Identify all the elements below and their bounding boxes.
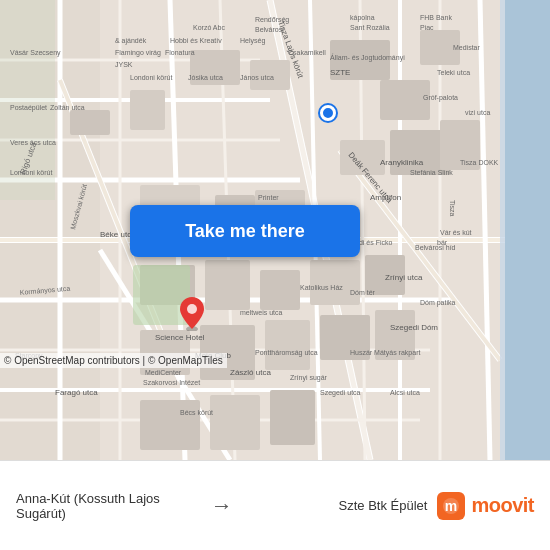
svg-text:Veres ács utca: Veres ács utca xyxy=(10,139,56,146)
svg-text:Tisza DOKK: Tisza DOKK xyxy=(460,159,499,166)
svg-text:Stefánia Slink: Stefánia Slink xyxy=(410,169,453,176)
map-attribution: © OpenStreetMap contributors | © OpenMap… xyxy=(0,353,227,368)
origin-section: Anna-Kút (Kossuth Lajos Sugárút) xyxy=(16,491,197,521)
svg-text:Flamingo virág: Flamingo virág xyxy=(115,49,161,57)
svg-text:Belvárosi híd: Belvárosi híd xyxy=(415,244,456,251)
svg-text:Sant Rozália: Sant Rozália xyxy=(350,24,390,31)
svg-text:Zászló utca: Zászló utca xyxy=(230,368,271,377)
svg-text:Szegedi Dóm: Szegedi Dóm xyxy=(390,323,438,332)
svg-text:bár: bár xyxy=(437,239,448,246)
svg-text:Teleki utca: Teleki utca xyxy=(437,69,470,76)
svg-rect-32 xyxy=(70,110,110,135)
svg-text:Korzó Abc: Korzó Abc xyxy=(193,24,225,31)
moovit-logo: m moovit xyxy=(437,492,534,520)
svg-text:Zrínyi utca: Zrínyi utca xyxy=(385,273,423,282)
svg-text:Londoni körút: Londoni körút xyxy=(130,74,172,81)
svg-text:Zrínyi sugár: Zrínyi sugár xyxy=(290,374,328,382)
svg-text:Belvárosi: Belvárosi xyxy=(255,26,284,33)
svg-text:Állam- és Jogtudományi: Állam- és Jogtudományi xyxy=(330,53,405,62)
svg-text:Bécs körút: Bécs körút xyxy=(180,409,213,416)
svg-text:Rendőrség: Rendőrség xyxy=(255,16,289,24)
svg-rect-46 xyxy=(260,270,300,310)
svg-text:Piac: Piac xyxy=(420,24,434,31)
location-pin xyxy=(178,295,206,329)
svg-text:Aranyklinika: Aranyklinika xyxy=(380,158,424,167)
destination-dot xyxy=(320,105,336,121)
moovit-icon: m xyxy=(437,492,465,520)
svg-text:Helység: Helység xyxy=(240,37,265,45)
svg-text:Science Hotel: Science Hotel xyxy=(155,333,205,342)
svg-rect-56 xyxy=(270,390,315,445)
svg-text:János utca: János utca xyxy=(240,74,274,81)
origin-label: Anna-Kút (Kossuth Lajos Sugárút) xyxy=(16,491,197,521)
map-container: Rigó utca Moszkvai körút Béke utca Dáni … xyxy=(0,0,550,460)
destination-label: Szte Btk Épület xyxy=(339,498,428,513)
svg-text:Dóm patika: Dóm patika xyxy=(420,299,456,307)
svg-text:Medistar: Medistar xyxy=(453,44,481,51)
svg-text:Zoltán utca: Zoltán utca xyxy=(50,104,85,111)
svg-text:& ajándék: & ajándék xyxy=(115,37,147,45)
svg-rect-54 xyxy=(140,400,200,450)
svg-text:Flonatura: Flonatura xyxy=(165,49,195,56)
svg-text:Faragó utca: Faragó utca xyxy=(55,388,98,397)
svg-point-126 xyxy=(187,304,197,314)
svg-text:Postaépület: Postaépület xyxy=(10,104,47,112)
svg-rect-55 xyxy=(210,395,260,450)
arrow-icon: → xyxy=(197,493,247,519)
svg-rect-51 xyxy=(265,320,310,370)
svg-text:FHB Bank: FHB Bank xyxy=(420,14,452,21)
svg-text:Dóm tér: Dóm tér xyxy=(350,289,376,296)
svg-text:Tisza: Tisza xyxy=(449,200,456,217)
svg-text:Printer: Printer xyxy=(258,194,279,201)
svg-rect-47 xyxy=(310,260,360,305)
svg-text:Hobbi és Kreatív: Hobbi és Kreatív xyxy=(170,37,222,44)
svg-text:kápolna: kápolna xyxy=(350,14,375,22)
destination-section: Szte Btk Épület xyxy=(247,498,428,513)
svg-text:JYSK: JYSK xyxy=(115,61,133,68)
svg-text:Gróf-palota: Gróf-palota xyxy=(423,94,458,102)
svg-text:m: m xyxy=(445,498,457,514)
svg-text:SZTE: SZTE xyxy=(330,68,350,77)
svg-text:meltweis utca: meltweis utca xyxy=(240,309,283,316)
svg-text:Katolikus Ház: Katolikus Ház xyxy=(300,284,343,291)
bottom-bar: Anna-Kút (Kossuth Lajos Sugárút) → Szte … xyxy=(0,460,550,550)
svg-text:Szegedi utca: Szegedi utca xyxy=(320,389,361,397)
svg-text:vizi utca: vizi utca xyxy=(465,109,490,116)
svg-text:Jósika utca: Jósika utca xyxy=(188,74,223,81)
svg-text:Vásár Szecseny: Vásár Szecseny xyxy=(10,49,61,57)
svg-text:Londoni körút: Londoni körút xyxy=(10,169,52,176)
svg-text:MediCenter: MediCenter xyxy=(145,369,182,376)
moovit-brand-text: moovit xyxy=(471,494,534,517)
svg-text:Amplifon: Amplifon xyxy=(370,193,401,202)
svg-text:Vár és kút: Vár és kút xyxy=(440,229,472,236)
svg-rect-45 xyxy=(205,260,250,310)
svg-rect-30 xyxy=(505,0,550,460)
svg-text:Alcsi utca: Alcsi utca xyxy=(390,389,420,396)
svg-text:Csakamikell: Csakamikell xyxy=(288,49,326,56)
svg-rect-31 xyxy=(130,90,165,130)
svg-text:Huszár Mátyás rakpart: Huszár Mátyás rakpart xyxy=(350,349,420,357)
take-me-there-button[interactable]: Take me there xyxy=(130,205,360,257)
svg-text:Ponttháromság utca: Ponttháromság utca xyxy=(255,349,318,357)
svg-text:Szakorvosi Intézet: Szakorvosi Intézet xyxy=(143,379,200,386)
